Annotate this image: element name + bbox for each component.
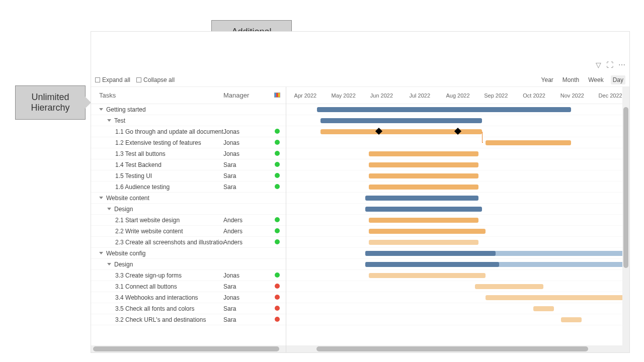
gantt-bar[interactable] <box>369 151 478 156</box>
task-label: 1.1 Go through and update all documentat… <box>115 128 223 135</box>
status-cell <box>269 294 286 301</box>
chart-icon <box>274 93 280 98</box>
status-dot <box>275 239 280 244</box>
bar-row <box>286 259 629 270</box>
table-row[interactable]: 3.4 Webhooks and interactionsJonas <box>91 292 286 303</box>
status-cell <box>269 272 286 279</box>
gantt-bar[interactable] <box>486 295 629 300</box>
bar-row <box>286 204 629 215</box>
status-cell <box>269 128 286 135</box>
table-row[interactable]: Design <box>91 259 286 270</box>
status-cell <box>269 161 286 168</box>
expand-all-button[interactable]: Expand all <box>95 76 130 83</box>
table-row[interactable]: 3.2 Check URL's and destinationsSara <box>91 314 286 325</box>
table-row[interactable]: 2.3 Create all screenshots and illustrat… <box>91 237 286 248</box>
gantt-container: ▽ ⛶ ⋯ Expand all Collapse all Year Month… <box>91 31 630 353</box>
gantt-bar[interactable] <box>369 229 486 234</box>
bar-row <box>286 193 629 204</box>
gantt-bar[interactable] <box>369 162 478 167</box>
chevron-down-icon[interactable] <box>99 108 103 111</box>
gantt-bar[interactable] <box>369 173 478 178</box>
table-row[interactable]: Website content <box>91 193 286 204</box>
horizontal-scrollbar[interactable] <box>91 345 629 352</box>
gantt-bar[interactable] <box>365 207 482 212</box>
zoom-year[interactable]: Year <box>539 75 555 84</box>
bar-row <box>286 270 629 281</box>
table-row[interactable]: 3.5 Check all fonts and colorsSara <box>91 303 286 314</box>
col-manager[interactable]: Manager <box>223 92 269 99</box>
table-row[interactable]: 1.4 Test BackendSara <box>91 159 286 170</box>
status-cell <box>269 305 286 312</box>
manager-cell: Sara <box>223 316 269 323</box>
bar-row <box>286 159 629 170</box>
bar-row <box>286 182 629 193</box>
status-dot <box>275 151 280 156</box>
task-label: 1.6 Audience testing <box>115 184 170 191</box>
gantt-bar[interactable] <box>317 107 571 112</box>
status-dot <box>275 217 280 222</box>
status-dot <box>275 284 280 289</box>
gantt-bar[interactable] <box>486 140 572 145</box>
zoom-month[interactable]: Month <box>560 75 581 84</box>
bar-row <box>286 115 629 126</box>
chevron-down-icon[interactable] <box>99 252 103 254</box>
bar-row <box>286 237 629 248</box>
task-label: 1.2 Extensive testing of features <box>115 139 201 146</box>
bar-row <box>286 292 629 303</box>
table-row[interactable]: Test <box>91 115 286 126</box>
col-status-chart[interactable] <box>269 92 286 99</box>
table-row[interactable]: 1.5 Testing UISara <box>91 170 286 182</box>
bar-row <box>286 215 629 226</box>
table-row[interactable]: 3.1 Connect all buttonsSara <box>91 281 286 292</box>
timeline-pane: Apr 2022May 2022Jun 2022Jul 2022Aug 2022… <box>286 87 629 345</box>
gantt-bar[interactable] <box>369 240 478 245</box>
expand-all-label: Expand all <box>102 76 130 83</box>
status-cell <box>269 150 286 157</box>
zoom-week[interactable]: Week <box>586 75 605 84</box>
gantt-bar[interactable] <box>561 317 582 322</box>
status-cell <box>269 228 286 235</box>
collapse-all-button[interactable]: Collapse all <box>136 76 175 83</box>
task-label: 2.3 Create all screenshots and illustrat… <box>115 239 223 246</box>
table-row[interactable]: 1.6 Audience testingSara <box>91 182 286 193</box>
table-row[interactable]: Design <box>91 204 286 215</box>
table-row[interactable]: 2.1 Start website designAnders <box>91 215 286 226</box>
status-dot <box>275 273 280 278</box>
gantt-bar[interactable] <box>365 196 478 201</box>
vertical-scrollbar[interactable] <box>622 87 629 345</box>
chevron-down-icon[interactable] <box>107 263 111 265</box>
task-label: Website config <box>106 250 146 257</box>
filter-icon[interactable]: ▽ <box>596 61 601 69</box>
task-label: 3.5 Check all fonts and colors <box>115 305 194 312</box>
table-row[interactable]: 1.2 Extensive testing of featuresJonas <box>91 137 286 148</box>
table-row[interactable]: 3.3 Create sign-up formsJonas <box>91 270 286 281</box>
month-header: Jun 2022 <box>363 93 401 99</box>
col-tasks[interactable]: Tasks <box>91 92 223 99</box>
month-header: Oct 2022 <box>515 93 553 99</box>
table-row[interactable]: 2.2 Write website contentAnders <box>91 226 286 237</box>
chevron-down-icon[interactable] <box>107 208 111 210</box>
gantt-bar[interactable] <box>369 218 478 223</box>
month-header: Apr 2022 <box>286 93 325 99</box>
status-dot <box>275 295 280 300</box>
table-row[interactable]: 1.3 Test all buttonsJonas <box>91 148 286 159</box>
gantt-bar[interactable] <box>475 284 543 289</box>
bar-row <box>286 170 629 182</box>
expand-icon[interactable]: ⛶ <box>606 61 613 69</box>
more-icon[interactable]: ⋯ <box>618 61 625 69</box>
gantt-bar[interactable] <box>369 185 478 190</box>
chevron-down-icon[interactable] <box>107 119 111 122</box>
chevron-down-icon[interactable] <box>99 197 103 199</box>
bar-row <box>286 248 629 259</box>
manager-cell: Jonas <box>223 294 269 301</box>
manager-cell: Sara <box>223 184 269 191</box>
gantt-bar[interactable] <box>533 306 554 311</box>
gantt-bar[interactable] <box>369 273 486 278</box>
zoom-day[interactable]: Day <box>611 75 625 84</box>
table-row[interactable]: Website config <box>91 248 286 259</box>
gantt-bar[interactable] <box>320 118 482 123</box>
table-row[interactable]: 1.1 Go through and update all documentat… <box>91 126 286 137</box>
task-label: Test <box>114 117 125 124</box>
table-row[interactable]: Getting started <box>91 104 286 115</box>
status-cell <box>269 172 286 179</box>
